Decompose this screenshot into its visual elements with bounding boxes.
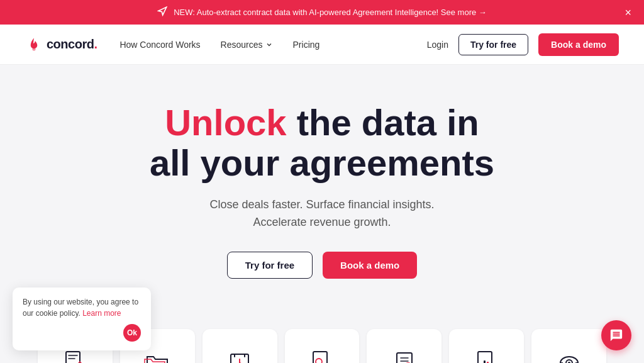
announcement-bar: NEW: Auto-extract contract data with AI-… [0, 0, 644, 25]
nav-links: How Concord Works Resources Pricing [119, 40, 319, 50]
nav-resources[interactable]: Resources [221, 40, 273, 50]
svg-rect-16 [484, 360, 486, 363]
feature-access-data[interactable]: Accessdata [367, 329, 441, 363]
hero-cta-group: Try for free Book a demo [25, 252, 619, 279]
nav-how-it-works[interactable]: How Concord Works [119, 40, 200, 50]
cookie-ok-button[interactable]: Ok [123, 324, 141, 342]
chevron-down-icon [265, 41, 273, 48]
cookie-actions: Ok [23, 324, 141, 342]
feature-find-documents[interactable]: Finddocuments [285, 329, 360, 363]
hero-title: Unlock the data in all your agreements [25, 103, 619, 183]
logo-text: concord. [47, 37, 97, 52]
logo-dot: . [94, 37, 97, 51]
cookie-banner: By using our website, you agree to our c… [13, 288, 151, 350]
nav-right: Login Try for free Book a demo [427, 33, 619, 56]
search-doc-icon [306, 347, 338, 363]
feature-generate-reports[interactable]: Generatereports [449, 329, 524, 363]
login-button[interactable]: Login [427, 40, 448, 50]
try-free-button[interactable]: Try for free [458, 34, 528, 55]
data-icon [388, 347, 421, 363]
svg-point-8 [316, 359, 322, 363]
cookie-learn-more-link[interactable]: Learn more [82, 309, 121, 318]
announcement-icon [157, 6, 167, 18]
svg-rect-1 [66, 352, 80, 363]
svg-point-0 [32, 47, 35, 50]
hero-book-demo-button[interactable]: Book a demo [323, 252, 417, 279]
report-icon [470, 347, 503, 363]
hero-subtitle: Close deals faster. Surface financial in… [25, 196, 619, 232]
announcement-text: NEW: Auto-extract contract data with AI-… [174, 8, 487, 17]
nav-pricing[interactable]: Pricing [293, 40, 320, 50]
feature-gain-insights[interactable]: Gaininsights [531, 329, 606, 363]
hero-section: Unlock the data in all your agreements C… [0, 65, 644, 304]
feature-track-deadlines[interactable]: Trackdeadlines [203, 329, 277, 363]
navbar: concord. How Concord Works Resources Pri… [0, 25, 644, 65]
insights-icon [553, 347, 586, 363]
logo[interactable]: concord. [25, 36, 97, 53]
logo-icon [25, 36, 43, 53]
announcement-close-button[interactable]: × [625, 7, 631, 18]
chat-button[interactable] [601, 320, 631, 350]
hero-try-free-button[interactable]: Try for free [227, 252, 313, 279]
deadline-icon [223, 347, 256, 363]
cookie-text: By using our website, you agree to our c… [23, 296, 141, 319]
nav-left: concord. How Concord Works Resources Pri… [25, 36, 319, 53]
chat-icon [609, 328, 623, 342]
book-demo-button[interactable]: Book a demo [538, 33, 619, 56]
